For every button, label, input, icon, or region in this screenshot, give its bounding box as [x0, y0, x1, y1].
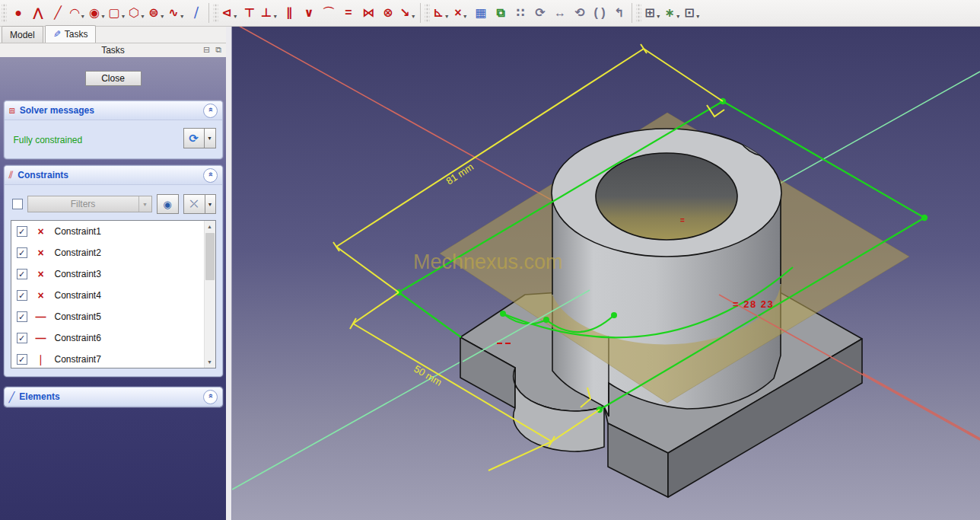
- create-polyline-button[interactable]: ⋀: [28, 2, 48, 24]
- constraint-checkbox[interactable]: ✓: [17, 226, 27, 237]
- settings-button[interactable]: ⤫: [183, 194, 205, 214]
- edit-sketch-button[interactable]: ▦: [471, 2, 491, 24]
- select-constraints-button[interactable]: ∷: [511, 2, 530, 24]
- grid-toggle-button[interactable]: ⊞▼: [643, 2, 663, 24]
- list-scrollbar[interactable]: ▲ ▼: [204, 221, 215, 368]
- constraint-row[interactable]: ✓❘Constraint7: [11, 349, 215, 368]
- constraint-checkbox[interactable]: ✓: [17, 247, 27, 258]
- create-polyline-icon: ⋀: [33, 7, 43, 19]
- refresh-dropdown[interactable]: ▼: [205, 128, 216, 148]
- create-bspline-button[interactable]: ∿▼: [167, 2, 186, 24]
- constraint-checkbox[interactable]: ✓: [17, 290, 27, 301]
- dock-icon[interactable]: ⊟: [203, 45, 210, 55]
- create-arc-button[interactable]: ◠▼: [68, 2, 88, 24]
- constraint-perpendicular-button[interactable]: ∨: [299, 2, 319, 24]
- toolbar-drag-handle[interactable]: [2, 4, 7, 22]
- scroll-down-icon[interactable]: ▼: [205, 356, 215, 368]
- dropdown-arrow-icon[interactable]: ▼: [80, 14, 85, 19]
- constraint-row[interactable]: ✓—Constraint5: [11, 306, 215, 327]
- create-point-button[interactable]: ●: [8, 2, 28, 24]
- offset-tool-button[interactable]: ↰: [609, 2, 629, 24]
- create-line-button[interactable]: ╱: [48, 2, 68, 24]
- snap-toggle-button[interactable]: ∗▼: [663, 2, 682, 24]
- create-bspline-icon: ∿: [168, 7, 178, 19]
- close-button[interactable]: Close: [85, 71, 142, 86]
- toolbar-drag-handle[interactable]: [425, 4, 430, 22]
- dropdown-arrow-icon[interactable]: ▼: [272, 14, 278, 19]
- toggle-construction-button[interactable]: ⧸: [186, 2, 206, 24]
- constraint-label: Constraint3: [55, 269, 101, 279]
- constraint-row[interactable]: ✓×Constraint3: [11, 263, 215, 285]
- dropdown-arrow-icon[interactable]: ▼: [695, 14, 701, 19]
- constraint-row[interactable]: ✓×Constraint2: [11, 242, 215, 263]
- constraint-tangent-button[interactable]: ⌒: [319, 2, 339, 24]
- remove-axes-alignment-button[interactable]: ×▼: [451, 2, 471, 24]
- constraint-block-button[interactable]: ⊗: [378, 2, 398, 24]
- refresh-button[interactable]: ⟳: [183, 128, 205, 148]
- constraint-checkbox[interactable]: ✓: [17, 269, 27, 279]
- rotate-tool-button[interactable]: ⟳: [530, 2, 550, 24]
- filter-checkbox[interactable]: [12, 199, 23, 209]
- collapse-chevron-icon[interactable]: »: [203, 104, 218, 118]
- scrollbar-thumb[interactable]: [205, 233, 215, 280]
- create-circle-button[interactable]: ◉▼: [88, 2, 107, 24]
- elements-header[interactable]: ╱ Elements »: [5, 388, 222, 407]
- constraint-row[interactable]: ✓×Constraint4: [11, 285, 215, 306]
- scroll-up-icon[interactable]: ▲: [205, 221, 215, 232]
- dropdown-arrow-icon[interactable]: ▼: [444, 14, 450, 19]
- dropdown-arrow-icon[interactable]: ▼: [656, 14, 661, 19]
- constraint-point-on-object-button[interactable]: ⊤: [240, 2, 259, 24]
- collapse-chevron-icon[interactable]: »: [203, 168, 218, 183]
- show-hide-button[interactable]: ◉: [157, 194, 179, 214]
- constraint-checkbox[interactable]: ✓: [17, 311, 27, 322]
- merge-sketches-button[interactable]: ⧉: [491, 2, 511, 24]
- dropdown-arrow-icon[interactable]: ▼: [140, 14, 145, 19]
- constraint-checkbox[interactable]: ✓: [17, 354, 27, 365]
- tab-tasks[interactable]: ✎ Tasks: [45, 25, 97, 43]
- constraint-horizontal-vertical-button[interactable]: ⊥▼: [259, 2, 279, 24]
- solver-icon: ⧈: [9, 104, 15, 116]
- filters-combobox[interactable]: Filters ▼: [27, 196, 152, 212]
- dropdown-arrow-icon[interactable]: ▼: [121, 14, 126, 19]
- symmetry-tool-button[interactable]: ( ): [590, 2, 609, 24]
- radius-constraint-marks[interactable]: = 28 23: [733, 298, 774, 310]
- solver-messages-header[interactable]: ⧈ Solver messages »: [5, 101, 222, 120]
- dropdown-arrow-icon[interactable]: ▼: [463, 14, 468, 19]
- float-icon[interactable]: ⧉: [215, 45, 221, 55]
- constraint-row[interactable]: ✓×Constraint1: [11, 221, 215, 242]
- collapse-chevron-icon[interactable]: »: [203, 390, 218, 404]
- constraint-equal-button[interactable]: =: [339, 2, 358, 24]
- 3d-viewport[interactable]: 81 mm 50 mm = 28 23 = Mechnexus.com: [232, 27, 980, 520]
- settings-dropdown[interactable]: ▼: [205, 194, 216, 214]
- create-slot-button[interactable]: ⊜▼: [147, 2, 167, 24]
- constraint-angle-button[interactable]: ⊾▼: [431, 2, 451, 24]
- constraints-title: Constraints: [18, 170, 202, 180]
- constraint-checkbox[interactable]: ✓: [17, 333, 27, 343]
- constraint-parallel-button[interactable]: ∥: [279, 2, 299, 24]
- toolbar-drag-handle[interactable]: [213, 4, 218, 22]
- constraint-coincident-button[interactable]: ⊲▼: [220, 2, 240, 24]
- dropdown-arrow-icon[interactable]: ▼: [100, 14, 106, 19]
- create-rectangle-button[interactable]: ▢▼: [107, 2, 127, 24]
- dropdown-arrow-icon[interactable]: ▼: [233, 14, 238, 19]
- constraint-distance-button[interactable]: ↘▼: [398, 2, 418, 24]
- tab-model[interactable]: Model: [2, 26, 43, 43]
- dropdown-arrow-icon[interactable]: ▼: [411, 14, 416, 19]
- dropdown-arrow-icon[interactable]: ▼: [160, 14, 165, 19]
- constraint-row[interactable]: ✓—Constraint6: [11, 327, 215, 349]
- create-point-icon: ●: [14, 7, 22, 19]
- scale-tool-button[interactable]: ↔: [550, 2, 570, 24]
- panel-splitter[interactable]: [226, 27, 232, 520]
- equal-constraint-mark[interactable]: =: [680, 216, 685, 225]
- dropdown-arrow-icon[interactable]: ▼: [180, 14, 185, 19]
- toolbar-separator: [208, 3, 209, 23]
- move-tool-button[interactable]: ⟲: [570, 2, 590, 24]
- render-order-button[interactable]: ⊡▼: [682, 2, 702, 24]
- constraint-symmetric-button[interactable]: ⋈: [358, 2, 378, 24]
- constraints-header[interactable]: ⫽ Constraints »: [5, 166, 222, 185]
- constraints-icon: ⫽: [9, 169, 14, 181]
- create-polygon-button[interactable]: ⬡▼: [127, 2, 147, 24]
- dropdown-arrow-icon[interactable]: ▼: [676, 14, 681, 19]
- toolbar-drag-handle[interactable]: [636, 4, 641, 22]
- constraint-symmetric-icon: ⋈: [362, 7, 374, 19]
